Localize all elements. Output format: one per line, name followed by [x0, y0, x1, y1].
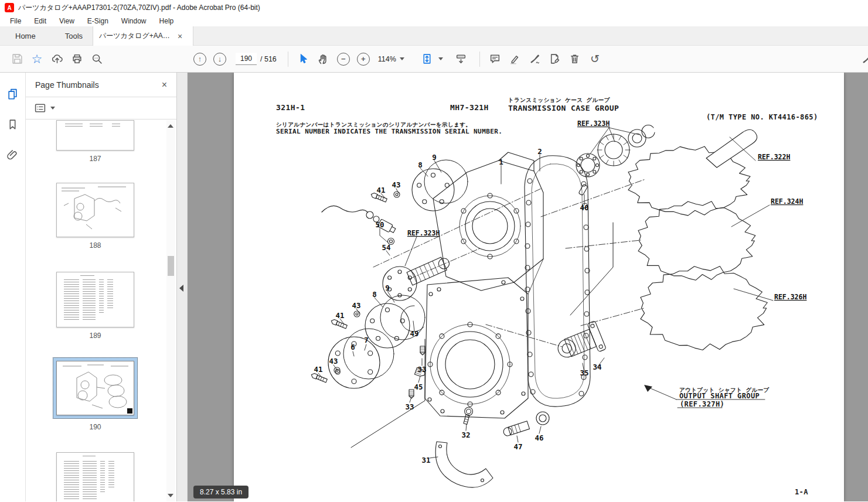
- serial-note-en: SERIAL NUMBER INDICATES THE TRANSMISSION…: [276, 128, 502, 135]
- attachments-rail-button[interactable]: [5, 146, 21, 163]
- thumbnail-item-next[interactable]: [56, 452, 134, 501]
- options-menu-icon[interactable]: [34, 102, 46, 114]
- highlighter-icon: [509, 53, 521, 65]
- part-callout-40: 40: [580, 203, 588, 212]
- rotate-icon: ↺: [590, 53, 600, 64]
- toolbar-divider: [288, 52, 288, 67]
- thumbnail-list: 187 188: [26, 120, 165, 501]
- tab-tools[interactable]: Tools: [55, 26, 93, 45]
- search-icon: [91, 53, 103, 65]
- thumbnails-icon: [6, 88, 19, 100]
- fit-page-caret-icon[interactable]: [438, 57, 443, 60]
- part-callout-9: 9: [432, 153, 437, 162]
- scroll-mode-button[interactable]: [451, 49, 471, 69]
- acrobat-app-icon: A: [5, 3, 14, 12]
- zoom-out-button[interactable]: −: [333, 49, 353, 69]
- thumbnail-page-number: 190: [53, 423, 138, 431]
- bookmarks-rail-button[interactable]: [5, 116, 21, 132]
- part-callout-7: 7: [364, 336, 369, 344]
- menu-edit[interactable]: Edit: [28, 17, 53, 25]
- highlight-button[interactable]: [505, 49, 525, 69]
- document-canvas[interactable]: 8.27 x 5.83 in: [188, 73, 868, 501]
- menu-file[interactable]: File: [4, 17, 28, 25]
- tab-home[interactable]: Home: [5, 26, 46, 45]
- previous-page-button[interactable]: ↑: [190, 49, 210, 69]
- page-thumbnails-rail-button[interactable]: [5, 86, 21, 102]
- part-callout-1: 1: [499, 158, 503, 166]
- rotate-pages-button[interactable]: ↺: [585, 49, 605, 69]
- part-callout-31: 31: [421, 456, 430, 465]
- part-callout-8: 8: [372, 290, 377, 299]
- tab-document[interactable]: パーツカタログ+AAAP1... ×: [93, 26, 193, 46]
- drawing-number-left: 321H-1: [276, 103, 305, 112]
- pencil-edge-icon: [861, 53, 868, 65]
- panel-collapse-strip[interactable]: [177, 73, 188, 501]
- navigation-rail: [0, 73, 26, 501]
- part-callout-41: 41: [376, 186, 385, 194]
- scrollbar-thumb[interactable]: [168, 256, 174, 276]
- part-callout-49: 49: [410, 329, 418, 338]
- part-callout-54: 54: [382, 243, 390, 252]
- save-icon: [11, 53, 23, 65]
- zoom-caret-icon[interactable]: [400, 57, 404, 60]
- hand-icon: [317, 53, 329, 65]
- part-callout-34: 34: [593, 363, 601, 371]
- page-number-input[interactable]: 190: [236, 53, 257, 65]
- edit-pdf-edge-button[interactable]: [861, 53, 868, 67]
- edit-page-button[interactable]: [545, 49, 565, 69]
- fill-sign-button[interactable]: [525, 49, 545, 69]
- part-callout-6: 6: [350, 343, 355, 351]
- select-tool-button[interactable]: [294, 49, 314, 69]
- comment-button[interactable]: [485, 49, 505, 69]
- part-callout-33: 33: [405, 402, 414, 411]
- share-button[interactable]: [47, 49, 67, 69]
- group-title-jp: トランスミッション ケース グループ: [508, 97, 610, 103]
- thumbnail-item-188[interactable]: 188: [56, 183, 134, 250]
- zoom-level-value[interactable]: 114%: [378, 55, 396, 63]
- menu-help[interactable]: Help: [153, 17, 181, 25]
- reference-label: REF.324H: [771, 197, 803, 206]
- menu-esign[interactable]: E-Sign: [81, 17, 115, 25]
- window-title: パーツカタログ+AAAP17301-2(70ZA,70ZIV).pdf - Ad…: [18, 3, 260, 13]
- fit-page-button[interactable]: [417, 49, 437, 69]
- panel-options-row: [26, 97, 176, 119]
- drawing-number-center: MH7-321H: [450, 103, 489, 112]
- part-callout-9: 9: [385, 284, 390, 292]
- thumbnail-item-187[interactable]: 187: [56, 120, 134, 163]
- title-bar: A パーツカタログ+AAAP17301-2(70ZA,70ZIV).pdf - …: [0, 0, 868, 15]
- scroll-up-icon[interactable]: [168, 124, 173, 128]
- thumbnail-page-number: 187: [56, 155, 134, 163]
- paperclip-icon: [6, 149, 19, 161]
- zoom-in-icon: +: [361, 54, 366, 63]
- tm-type-number: (T/M TYPE NO. KT4416-865): [706, 113, 818, 121]
- scroll-down-icon[interactable]: [168, 494, 173, 497]
- tab-close-icon[interactable]: ×: [178, 32, 182, 40]
- hand-tool-button[interactable]: [314, 49, 333, 69]
- part-callout-47: 47: [513, 442, 522, 451]
- part-callout-50: 50: [375, 220, 384, 229]
- panel-scrollbar[interactable]: [166, 120, 175, 501]
- menu-view[interactable]: View: [53, 17, 81, 25]
- delete-pages-button[interactable]: [565, 49, 585, 69]
- menu-window[interactable]: Window: [115, 17, 153, 25]
- main-toolbar: ☆ ↑ ↓ 190 / 516 − +: [0, 46, 868, 73]
- pdf-page[interactable]: 321H-1 MH7-321H トランスミッション ケース グループ TRANS…: [234, 73, 844, 501]
- part-callout-46: 46: [535, 433, 543, 442]
- toolbar-divider: [479, 52, 480, 67]
- fountain-pen-icon: [529, 53, 541, 65]
- panel-close-icon[interactable]: ×: [162, 80, 167, 90]
- part-callout-8: 8: [418, 160, 423, 169]
- save-button[interactable]: [7, 49, 27, 69]
- thumbnail-item-189[interactable]: 189: [56, 272, 134, 340]
- next-page-button[interactable]: ↓: [210, 49, 230, 69]
- thumbnail-page-number: 189: [56, 332, 134, 340]
- favorite-button[interactable]: ☆: [27, 49, 47, 69]
- group-title-en: TRANSMISSION CASE GROUP: [508, 104, 619, 112]
- page-count-label: / 516: [260, 55, 277, 63]
- print-button[interactable]: [67, 49, 87, 69]
- output-group-en: OUTPUT SHAFT GROUP: [679, 392, 760, 400]
- options-caret-icon[interactable]: [50, 107, 55, 110]
- thumbnail-item-190-selected[interactable]: 190: [53, 340, 138, 431]
- search-button[interactable]: [87, 49, 107, 69]
- zoom-in-button[interactable]: +: [353, 49, 373, 69]
